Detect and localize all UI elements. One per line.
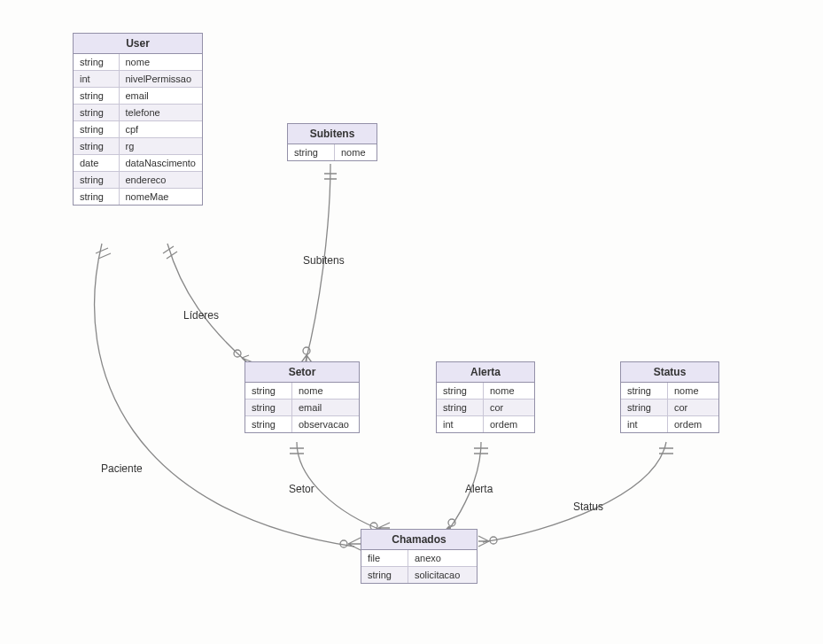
- entity-attributes: stringnome stringemail stringobservacao: [245, 383, 359, 432]
- entity-title: User: [74, 34, 202, 54]
- svg-point-0: [234, 350, 241, 357]
- relationship-label-paciente: Paciente: [101, 462, 143, 475]
- entity-title: Setor: [245, 362, 359, 383]
- svg-point-4: [448, 519, 455, 526]
- relationship-label-status: Status: [573, 500, 603, 513]
- svg-point-1: [303, 347, 310, 354]
- entity-status: Status stringnome stringcor intordem: [620, 361, 719, 433]
- entity-chamados: Chamados fileanexo stringsolicitacao: [361, 529, 477, 584]
- entity-title: Alerta: [437, 362, 534, 383]
- entity-title: Chamados: [361, 530, 477, 550]
- entity-title: Subitens: [288, 124, 377, 144]
- relationship-label-subitens: Subitens: [303, 254, 345, 267]
- entity-subitens: Subitens stringnome: [287, 123, 377, 161]
- relationship-label-setor: Setor: [289, 483, 314, 495]
- entity-alerta: Alerta stringnome stringcor intordem: [436, 361, 535, 433]
- relationship-label-alerta: Alerta: [465, 483, 493, 495]
- entity-attributes: fileanexo stringsolicitacao: [361, 550, 477, 583]
- entity-title: Status: [621, 362, 718, 383]
- entity-attributes: stringnome intnivelPermissao stringemail…: [74, 54, 202, 205]
- edge-status: [483, 442, 666, 542]
- svg-point-2: [340, 540, 347, 547]
- entity-user: User stringnome intnivelPermissao string…: [73, 33, 203, 206]
- entity-attributes: stringnome: [288, 144, 377, 160]
- entity-attributes: stringnome stringcor intordem: [621, 383, 718, 432]
- edge-lideres: [167, 244, 248, 363]
- relationship-label-lideres: Líderes: [183, 309, 219, 322]
- svg-point-5: [490, 537, 497, 544]
- entity-setor: Setor stringnome stringemail stringobser…: [245, 361, 360, 433]
- entity-attributes: stringnome stringcor intordem: [437, 383, 534, 432]
